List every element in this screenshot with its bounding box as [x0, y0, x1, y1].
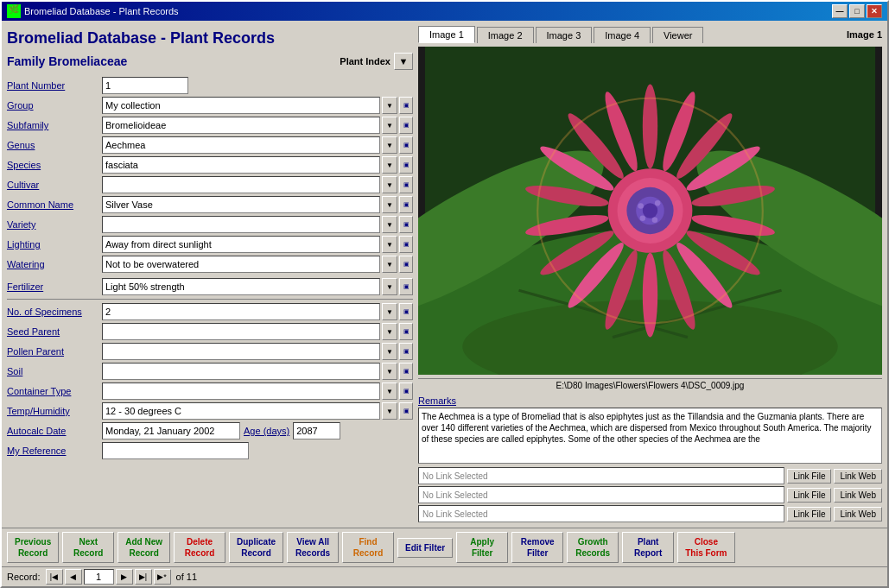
maximize-button[interactable]: □	[849, 4, 865, 18]
link-web-btn-1[interactable]: Link Web	[834, 469, 882, 484]
plant-report-button[interactable]: PlantReport	[622, 532, 674, 563]
species-dropdown-btn[interactable]: ▼	[382, 156, 397, 174]
lighting-label[interactable]: Lighting	[7, 239, 102, 250]
temp-humidity-label[interactable]: Temp/Humidity	[7, 406, 102, 416]
fertilizer-label[interactable]: Fertilizer	[7, 281, 102, 292]
my-reference-label[interactable]: My Reference	[7, 446, 102, 456]
genus-input[interactable]	[102, 136, 380, 154]
add-new-record-button[interactable]: Add NewRecord	[117, 532, 170, 563]
seed-parent-label[interactable]: Seed Parent	[7, 326, 102, 337]
tab-image-1[interactable]: Image 1	[418, 26, 475, 43]
age-days-label[interactable]: Age (days)	[244, 426, 289, 436]
link-file-btn-1[interactable]: Link File	[787, 469, 831, 484]
soil-link-btn[interactable]: ▣	[399, 363, 413, 380]
next-record-nav-btn[interactable]: ▶	[116, 569, 133, 585]
lighting-link-btn[interactable]: ▣	[399, 236, 413, 253]
record-number-input[interactable]	[84, 569, 114, 585]
link-web-btn-3[interactable]: Link Web	[834, 507, 882, 522]
remarks-label[interactable]: Remarks	[418, 395, 882, 406]
common-name-input[interactable]	[102, 196, 380, 213]
duplicate-record-button[interactable]: DuplicateRecord	[229, 532, 283, 563]
previous-record-button[interactable]: PreviousRecord	[7, 532, 59, 563]
lighting-dropdown-btn[interactable]: ▼	[382, 236, 397, 253]
watering-link-btn[interactable]: ▣	[399, 256, 413, 273]
common-name-link-btn[interactable]: ▣	[399, 196, 413, 213]
temp-humidity-input[interactable]	[102, 402, 380, 420]
pollen-parent-input[interactable]	[102, 343, 380, 360]
autocalc-label[interactable]: Autocalc Date	[7, 426, 102, 436]
seed-parent-dropdown-btn[interactable]: ▼	[382, 323, 397, 340]
seed-parent-input[interactable]	[102, 323, 380, 340]
cultivar-label[interactable]: Cultivar	[7, 180, 102, 190]
soil-label[interactable]: Soil	[7, 366, 102, 376]
link-file-btn-3[interactable]: Link File	[787, 507, 831, 522]
temp-humidity-link-btn[interactable]: ▣	[399, 402, 413, 420]
container-label[interactable]: Container Type	[7, 386, 102, 396]
group-input[interactable]	[102, 97, 380, 114]
watering-dropdown-btn[interactable]: ▼	[382, 256, 397, 273]
remove-filter-button[interactable]: RemoveFilter	[511, 532, 563, 563]
tab-image-4[interactable]: Image 4	[594, 27, 651, 43]
genus-link-btn[interactable]: ▣	[399, 136, 413, 154]
subfamily-input[interactable]	[102, 117, 380, 134]
watering-input[interactable]	[102, 256, 380, 273]
specimens-dropdown-btn[interactable]: ▼	[382, 303, 397, 320]
age-days-input[interactable]	[293, 422, 340, 439]
link-text-3[interactable]	[418, 505, 784, 522]
tab-image-3[interactable]: Image 3	[536, 27, 593, 43]
variety-dropdown-btn[interactable]: ▼	[382, 216, 397, 233]
link-file-btn-2[interactable]: Link File	[787, 488, 831, 503]
subfamily-dropdown-btn[interactable]: ▼	[382, 117, 397, 134]
my-reference-input[interactable]	[102, 442, 249, 459]
plant-number-label[interactable]: Plant Number	[7, 80, 102, 91]
fertilizer-dropdown-btn[interactable]: ▼	[382, 278, 397, 295]
common-name-label[interactable]: Common Name	[7, 199, 102, 210]
last-record-btn[interactable]: ▶|	[135, 569, 152, 585]
species-link-btn[interactable]: ▣	[399, 156, 413, 174]
new-record-nav-btn[interactable]: ▶*	[154, 569, 171, 585]
temp-humidity-dropdown-btn[interactable]: ▼	[382, 402, 397, 420]
prev-record-nav-btn[interactable]: ◀	[65, 569, 82, 585]
plant-number-input[interactable]	[102, 77, 188, 94]
cultivar-input[interactable]	[102, 176, 380, 193]
common-name-dropdown-btn[interactable]: ▼	[382, 196, 397, 213]
view-all-records-button[interactable]: View AllRecords	[287, 532, 339, 563]
fertilizer-input[interactable]	[102, 278, 380, 295]
group-label[interactable]: Group	[7, 100, 102, 111]
subfamily-label[interactable]: Subfamily	[7, 120, 102, 130]
genus-label[interactable]: Genus	[7, 140, 102, 150]
growth-records-button[interactable]: GrowthRecords	[567, 532, 619, 563]
pollen-parent-dropdown-btn[interactable]: ▼	[382, 343, 397, 360]
variety-input[interactable]	[102, 216, 380, 233]
next-record-button[interactable]: NextRecord	[62, 532, 114, 563]
cultivar-dropdown-btn[interactable]: ▼	[382, 176, 397, 193]
watering-label[interactable]: Watering	[7, 259, 102, 269]
soil-dropdown-btn[interactable]: ▼	[382, 363, 397, 380]
autocalc-date-input[interactable]	[102, 422, 240, 439]
lighting-input[interactable]	[102, 236, 380, 253]
container-link-btn[interactable]: ▣	[399, 383, 413, 400]
plant-index-dropdown[interactable]: ▼	[394, 53, 413, 70]
link-web-btn-2[interactable]: Link Web	[834, 488, 882, 503]
link-text-1[interactable]	[418, 467, 784, 484]
seed-parent-link-btn[interactable]: ▣	[399, 323, 413, 340]
close-window-button[interactable]: ✕	[867, 4, 882, 18]
species-input[interactable]	[102, 156, 380, 174]
species-label[interactable]: Species	[7, 160, 102, 170]
soil-input[interactable]	[102, 363, 380, 380]
container-input[interactable]	[102, 383, 380, 400]
edit-filter-button[interactable]: Edit Filter	[397, 538, 453, 558]
subfamily-link-btn[interactable]: ▣	[399, 117, 413, 134]
specimens-input[interactable]	[102, 303, 380, 320]
group-dropdown-btn[interactable]: ▼	[382, 97, 397, 114]
apply-filter-button[interactable]: ApplyFilter	[456, 532, 508, 563]
pollen-parent-link-btn[interactable]: ▣	[399, 343, 413, 360]
container-dropdown-btn[interactable]: ▼	[382, 383, 397, 400]
specimens-link-btn[interactable]: ▣	[399, 303, 413, 320]
genus-dropdown-btn[interactable]: ▼	[382, 136, 397, 154]
find-record-button[interactable]: FindRecord	[342, 532, 394, 563]
variety-link-btn[interactable]: ▣	[399, 216, 413, 233]
tab-viewer[interactable]: Viewer	[652, 27, 703, 43]
tab-image-2[interactable]: Image 2	[477, 27, 534, 43]
minimize-button[interactable]: —	[832, 4, 848, 18]
